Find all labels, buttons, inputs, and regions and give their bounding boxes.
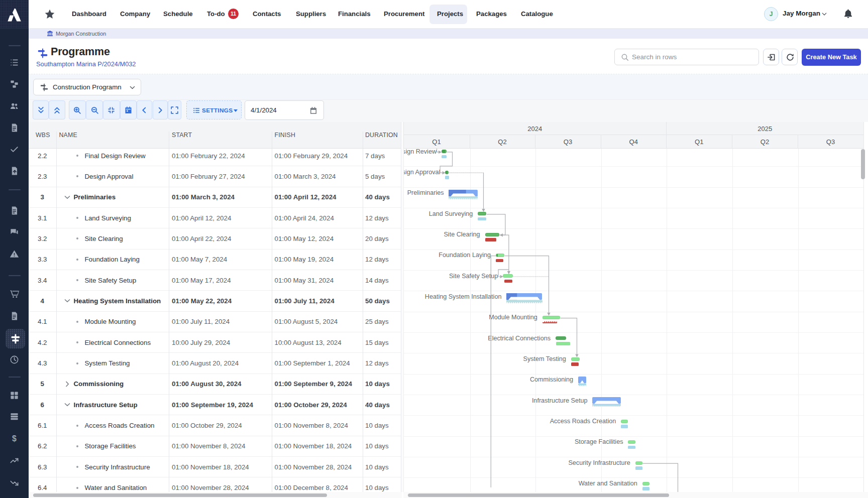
svg-text:$: $	[12, 434, 17, 443]
